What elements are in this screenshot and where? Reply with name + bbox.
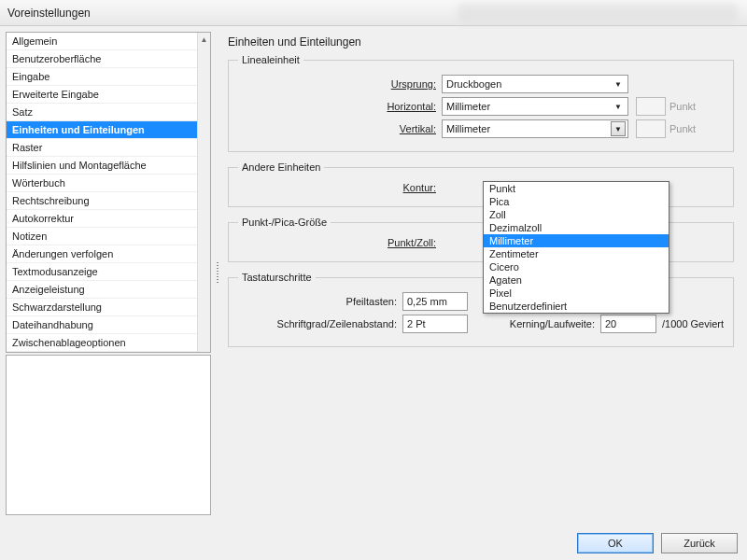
scroll-arrow-up-icon[interactable]: ▲ [198,33,210,46]
sidebar-item-7[interactable]: Hilfslinien und Montagefläche [7,157,197,175]
dropdown-option-pica[interactable]: Pica [484,195,669,208]
horizontal-unit-label: Punkt [669,101,696,112]
sidebar-item-14[interactable]: Anzeigeleistung [7,281,197,299]
combo-horizontal[interactable]: Millimeter ▼ [442,97,628,116]
window-title: Voreinstellungen [7,7,91,20]
page-title: Einheiten und Einteilungen [228,35,734,49]
input-kerning[interactable]: 20 [600,315,656,333]
sidebar-item-11[interactable]: Notizen [7,228,197,245]
combo-horizontal-value: Millimeter [446,101,490,112]
combo-origin-value: Druckbogen [446,78,501,90]
titlebar: Voreinstellungen [0,0,747,26]
label-origin: Ursprung: [238,78,442,90]
label-kerning: Kerning/Laufweite: [473,318,595,329]
sidebar-item-5[interactable]: Einheiten und Einteilungen [7,121,197,139]
dropdown-option-agaten[interactable]: Agaten [484,273,669,287]
dropdown-option-benutzerdefiniert[interactable]: Benutzerdefiniert [484,300,669,313]
sidebar-item-15[interactable]: Schwarzdarstellung [7,299,197,316]
titlebar-decor [458,4,738,22]
combo-vertical[interactable]: Millimeter ▼ [442,119,628,138]
ok-button[interactable]: OK [577,533,654,553]
sidebar-item-17[interactable]: Zwischenablageoptionen [7,334,197,352]
dropdown-option-zoll[interactable]: Zoll [484,208,669,221]
combo-vertical-value: Millimeter [446,123,490,134]
sidebar-item-10[interactable]: Autokorrektur [7,210,197,228]
chevron-down-icon[interactable]: ▼ [611,121,626,136]
dropdown-option-millimeter[interactable]: Millimeter [484,234,669,247]
group-other-legend: Andere Einheiten [238,161,324,173]
dropdown-option-zentimeter[interactable]: Zentimeter [484,247,669,260]
group-ruler-legend: Linealeinheit [238,54,303,65]
sidebar-item-16[interactable]: Dateihandhabung [7,316,197,334]
sidebar-wrap: AllgemeinBenutzeroberflächeEingabeErweit… [6,32,211,515]
label-ppi: Punkt/Zoll: [238,237,442,248]
dropdown-vertical[interactable]: PunktPicaZollDezimalzollMillimeterZentim… [483,181,669,314]
sidebar-item-0[interactable]: Allgemein [7,33,197,50]
chevron-down-icon[interactable]: ▼ [611,77,626,91]
back-button[interactable]: Zurück [661,533,738,553]
chevron-down-icon[interactable]: ▼ [611,99,626,114]
input-arrow[interactable]: 0,25 mm [402,292,468,311]
sidebar-item-1[interactable]: Benutzeroberfläche [7,50,197,68]
label-stroke: Kontur: [238,182,442,193]
vertical-unit-button[interactable] [636,119,666,138]
vertical-unit-label: Punkt [669,123,696,134]
label-vertical: Vertikal: [238,123,442,134]
group-keyboard-legend: Tastaturschritte [238,272,316,283]
sidebar-item-2[interactable]: Eingabe [7,68,197,86]
combo-origin[interactable]: Druckbogen ▼ [442,75,628,93]
sidebar-item-4[interactable]: Satz [7,104,197,121]
dropdown-option-pixel[interactable]: Pixel [484,287,669,300]
horizontal-unit-button[interactable] [636,97,666,116]
sidebar[interactable]: AllgemeinBenutzeroberflächeEingabeErweit… [6,32,211,353]
label-horizontal: Horizontal: [238,101,442,112]
dropdown-option-dezimalzoll[interactable]: Dezimalzoll [484,221,669,234]
sidebar-item-13[interactable]: Textmodusanzeige [7,263,197,281]
sidebar-item-12[interactable]: Änderungen verfolgen [7,245,197,263]
label-arrow: Pfeiltasten: [238,296,397,307]
dropdown-option-cicero[interactable]: Cicero [484,260,669,273]
label-sizeleading: Schriftgrad/Zeilenabstand: [238,318,397,329]
group-pointpica-legend: Punkt-/Pica-Größe [238,217,331,228]
footer: OK Zurück [0,526,747,560]
sidebar-scrollbar[interactable]: ▲ [197,33,210,352]
dropdown-option-punkt[interactable]: Punkt [484,182,669,195]
sidebar-preview [6,355,211,515]
input-sizeleading[interactable]: 2 Pt [402,315,468,333]
sidebar-item-9[interactable]: Rechtschreibung [7,192,197,210]
kerning-suffix: /1000 Geviert [662,318,724,329]
sidebar-item-8[interactable]: Wörterbuch [7,175,197,192]
group-ruler: Linealeinheit Ursprung: Druckbogen ▼ Hor… [228,54,734,152]
sidebar-item-3[interactable]: Erweiterte Eingabe [7,86,197,104]
sidebar-item-6[interactable]: Raster [7,139,197,157]
